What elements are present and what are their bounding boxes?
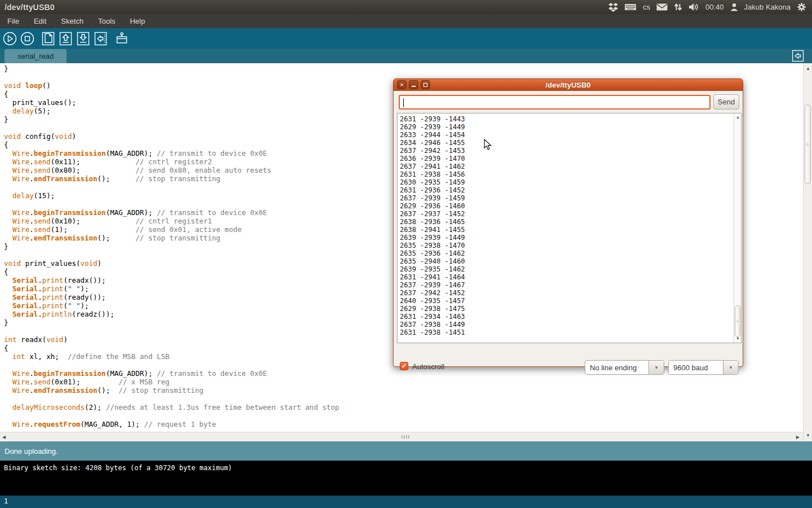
baud-rate-value: 9600 baud xyxy=(669,361,723,374)
serial-line: 2640 -2935 -1457 xyxy=(400,297,741,305)
user-icon xyxy=(730,3,738,11)
tab-label: serial_read xyxy=(17,52,54,60)
minimize-button[interactable] xyxy=(409,80,418,89)
chevron-down-icon[interactable] xyxy=(648,361,664,374)
code-line xyxy=(4,411,803,420)
chevron-down-icon[interactable] xyxy=(723,361,738,374)
menu-bar: File Edit Sketch Tools Help xyxy=(0,14,812,28)
serial-line: 2634 -2946 -1455 xyxy=(400,139,741,147)
ide-toolbar xyxy=(0,28,812,49)
keyboard-layout-indicator[interactable]: cs xyxy=(643,3,650,11)
status-message: Done uploading. xyxy=(5,447,58,456)
active-window-title: /dev/ttyUSB0 xyxy=(0,3,608,12)
serial-line: 2637 -2942 -1453 xyxy=(400,147,741,155)
serial-monitor-button[interactable] xyxy=(114,31,129,46)
maximize-icon xyxy=(423,83,427,87)
serial-line: 2637 -2939 -1459 xyxy=(400,194,741,202)
new-tab-button[interactable] xyxy=(791,50,804,62)
open-button[interactable] xyxy=(58,31,73,46)
line-ending-dropdown[interactable]: No line ending xyxy=(585,360,664,375)
code-line: } xyxy=(4,64,803,73)
serial-monitor-body: Send 2631 -2939 -14432629 -2939 -1449263… xyxy=(393,91,743,367)
serial-line: 2638 -2936 -1465 xyxy=(400,218,741,226)
serial-line: 2639 -2939 -1449 xyxy=(400,234,741,242)
maximize-button[interactable] xyxy=(421,80,430,89)
code-line: Wire.send(0x01); // x MSB reg xyxy=(4,378,803,386)
scroll-left-icon[interactable]: ◀ xyxy=(2,435,6,440)
menu-sketch[interactable]: Sketch xyxy=(54,14,91,28)
serial-line: 2637 -2937 -1452 xyxy=(400,210,741,218)
serial-line: 2631 -2939 -1443 xyxy=(400,115,741,123)
serial-line: 2639 -2935 -1462 xyxy=(400,265,741,273)
autoscroll-checkbox[interactable] xyxy=(400,362,408,370)
clock[interactable]: 00:40 xyxy=(705,3,724,11)
mouse-cursor xyxy=(484,139,492,151)
baud-rate-dropdown[interactable]: 9600 baud xyxy=(668,360,739,375)
current-line-number: 1 xyxy=(4,497,8,505)
serial-line: 2635 -2940 -1460 xyxy=(400,257,741,265)
status-bar: Done uploading. xyxy=(0,441,812,461)
session-gear-icon[interactable] xyxy=(797,2,806,12)
serial-line: 2629 -2936 -1460 xyxy=(400,202,741,210)
system-tray: cs 00:40 Jakub Kakona xyxy=(608,2,812,12)
serial-line: 2638 -2941 -1455 xyxy=(400,226,741,234)
close-button[interactable]: × xyxy=(397,80,407,89)
serial-line: 2637 -2939 -1467 xyxy=(400,281,741,289)
serial-line: 2630 -2935 -1459 xyxy=(400,178,741,186)
serial-line: 2637 -2938 -1449 xyxy=(400,321,741,329)
scroll-down-icon[interactable]: ▼ xyxy=(806,433,810,438)
upload-button[interactable] xyxy=(93,31,108,46)
volume-icon[interactable] xyxy=(689,3,699,11)
menu-tools[interactable]: Tools xyxy=(91,14,122,28)
serial-line: 2635 -2936 -1462 xyxy=(400,249,741,257)
line-ending-value: No line ending xyxy=(585,361,648,374)
tab-row: serial_read xyxy=(0,49,812,63)
serial-line: 2635 -2938 -1470 xyxy=(400,242,741,249)
username[interactable]: Jakub Kakona xyxy=(744,3,791,11)
stop-button[interactable] xyxy=(20,31,35,46)
mail-icon[interactable] xyxy=(656,3,668,11)
serial-line: 2637 -2942 -1452 xyxy=(400,289,741,297)
scroll-up-icon[interactable]: ▲ xyxy=(736,115,740,120)
pane-divider-grip[interactable] xyxy=(401,435,409,439)
new-sketch-button[interactable] xyxy=(41,31,56,46)
serial-line: 2631 -2938 -1456 xyxy=(400,170,741,178)
serial-line: 2631 -2936 -1452 xyxy=(400,186,741,194)
code-line: delayMicroseconds(2); //needs at least 1… xyxy=(4,403,803,411)
scroll-up-icon[interactable]: ▲ xyxy=(806,67,810,71)
serial-line: 2631 -2941 -1464 xyxy=(400,273,741,281)
network-sync-icon[interactable] xyxy=(674,3,682,11)
desktop-panel: /dev/ttyUSB0 cs 00:40 Jakub Kakona xyxy=(0,0,812,14)
serial-output-area[interactable]: 2631 -2939 -14432629 -2939 -14492633 -29… xyxy=(397,113,742,343)
serial-line: 2631 -2938 -1451 xyxy=(400,329,741,336)
menu-help[interactable]: Help xyxy=(122,14,152,28)
editor-horizontal-scrollbar[interactable]: ◀ ▶ xyxy=(0,432,803,441)
keyboard-icon[interactable] xyxy=(624,3,637,11)
serial-monitor-title: /dev/ttyUSB0 xyxy=(394,81,743,89)
autoscroll-label[interactable]: Autoscroll xyxy=(412,362,444,371)
code-line: Wire.endTransmission(); // stop transmit… xyxy=(4,386,803,395)
menu-file[interactable]: File xyxy=(0,14,27,28)
scroll-down-icon[interactable]: ▼ xyxy=(736,336,740,341)
serial-output: 2631 -2939 -14432629 -2939 -14492633 -29… xyxy=(398,113,741,336)
serial-monitor-titlebar[interactable]: × /dev/ttyUSB0 xyxy=(393,78,743,91)
serial-line: 2636 -2939 -1470 xyxy=(400,155,741,163)
tab-serial-read[interactable]: serial_read xyxy=(5,49,67,63)
menu-edit[interactable]: Edit xyxy=(27,14,54,28)
serial-scroll-thumb[interactable]: ≡ xyxy=(735,305,740,337)
verify-button[interactable] xyxy=(2,31,17,46)
text-caret xyxy=(403,98,404,107)
code-line xyxy=(4,395,803,403)
serial-scrollbar[interactable]: ▲ ≡ ▼ xyxy=(734,113,741,343)
serial-input-field[interactable] xyxy=(399,95,710,110)
serial-line: 2631 -2934 -1463 xyxy=(400,313,741,321)
serial-line: 2637 -2941 -1462 xyxy=(400,163,741,170)
console-text: Binary sketch size: 4208 bytes (of a 307… xyxy=(4,464,232,472)
editor-vertical-scrollbar[interactable]: ▲ ≡ ▼ xyxy=(803,63,812,441)
send-button[interactable]: Send xyxy=(713,94,739,110)
editor-vscroll-thumb[interactable]: ≡ xyxy=(805,104,811,184)
dropbox-icon[interactable] xyxy=(608,2,618,12)
scroll-right-icon[interactable]: ▶ xyxy=(796,435,800,440)
serial-line: 2633 -2944 -1454 xyxy=(400,131,741,139)
save-button[interactable] xyxy=(76,31,91,46)
